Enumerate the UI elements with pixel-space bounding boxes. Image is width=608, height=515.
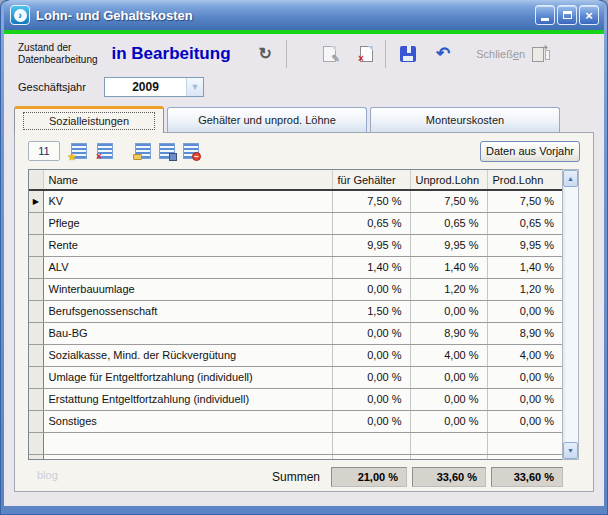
remove-table-icon[interactable]: −: [183, 143, 199, 159]
cell-prod[interactable]: 0,00 %: [487, 410, 562, 432]
cell-name[interactable]: Erstattung Entgeltfortzahlung (individue…: [43, 388, 332, 410]
table-row[interactable]: Bau-BG 0,00 % 8,90 % 8,90 %: [29, 322, 562, 344]
row-selector[interactable]: [29, 388, 43, 410]
cell-gehaelter[interactable]: [332, 432, 410, 454]
row-selector[interactable]: [29, 432, 43, 454]
cell-name[interactable]: Sonstiges: [43, 410, 332, 432]
table-row[interactable]: [29, 432, 562, 454]
row-selector[interactable]: [29, 344, 43, 366]
cell-prod[interactable]: 1,40 %: [487, 256, 562, 278]
cell-prod[interactable]: 4,00 %: [487, 344, 562, 366]
cell-gehaelter[interactable]: 7,50 %: [332, 190, 410, 212]
tab-gehaelter[interactable]: Gehälter und unprod. Löhne: [167, 107, 367, 132]
vertical-scrollbar[interactable]: ▲ ▼: [562, 169, 579, 460]
cell-prod[interactable]: 0,00 %: [487, 300, 562, 322]
refresh-icon[interactable]: ↻: [259, 46, 272, 62]
minimize-button[interactable]: [535, 5, 555, 25]
table-row[interactable]: Winterbauumlage 0,00 % 1,20 % 1,20 %: [29, 278, 562, 300]
row-selector[interactable]: ▶: [29, 190, 43, 212]
cell-prod[interactable]: 0,00 %: [487, 366, 562, 388]
cell-name[interactable]: ALV: [43, 256, 332, 278]
row-selector[interactable]: [29, 212, 43, 234]
row-selector[interactable]: [29, 278, 43, 300]
col-unprod[interactable]: Unprod.Lohn: [410, 170, 487, 190]
cell-unprod[interactable]: 8,90 %: [410, 322, 487, 344]
cell-unprod[interactable]: 0,00 %: [410, 388, 487, 410]
cell-unprod[interactable]: [410, 432, 487, 454]
table-row[interactable]: ▶ KV 7,50 % 7,50 % 7,50 %: [29, 190, 562, 212]
scroll-up-icon[interactable]: ▲: [563, 170, 578, 187]
row-selector[interactable]: [29, 256, 43, 278]
undo-icon[interactable]: ↶: [436, 46, 450, 62]
load-table-icon[interactable]: [135, 143, 151, 159]
cell-gehaelter[interactable]: [332, 454, 410, 460]
row-selector[interactable]: [29, 322, 43, 344]
table-row[interactable]: [29, 454, 562, 460]
cell-gehaelter[interactable]: 0,00 %: [332, 322, 410, 344]
col-gehaelter[interactable]: für Gehälter: [332, 170, 410, 190]
cell-prod[interactable]: 0,00 %: [487, 388, 562, 410]
cell-unprod[interactable]: 0,00 %: [410, 366, 487, 388]
row-selector[interactable]: [29, 410, 43, 432]
fiscal-year-select[interactable]: 2009 ▼: [104, 77, 204, 97]
cell-name[interactable]: Sozialkasse, Mind. der Rückvergütung: [43, 344, 332, 366]
table-row[interactable]: Erstattung Entgeltfortzahlung (individue…: [29, 388, 562, 410]
tab-monteurskosten[interactable]: Monteurskosten: [370, 107, 560, 132]
cell-unprod[interactable]: 1,20 %: [410, 278, 487, 300]
cell-unprod[interactable]: 7,50 %: [410, 190, 487, 212]
cell-gehaelter[interactable]: 1,40 %: [332, 256, 410, 278]
row-selector[interactable]: [29, 366, 43, 388]
cell-gehaelter[interactable]: 0,00 %: [332, 388, 410, 410]
edit-record-icon[interactable]: ✎: [323, 46, 336, 62]
row-selector[interactable]: [29, 234, 43, 256]
cell-name[interactable]: Winterbauumlage: [43, 278, 332, 300]
cell-unprod[interactable]: 1,40 %: [410, 256, 487, 278]
scroll-down-icon[interactable]: ▼: [563, 442, 578, 459]
cell-unprod[interactable]: 0,65 %: [410, 212, 487, 234]
col-name[interactable]: Name: [43, 170, 332, 190]
tab-sozialleistungen[interactable]: Sozialleistungen: [14, 106, 164, 133]
cell-gehaelter[interactable]: 0,00 %: [332, 410, 410, 432]
cell-unprod[interactable]: 0,00 %: [410, 300, 487, 322]
close-button[interactable]: ×: [579, 5, 599, 25]
table-row[interactable]: Pflege 0,65 % 0,65 % 0,65 %: [29, 212, 562, 234]
maximize-button[interactable]: [557, 5, 577, 25]
table-row[interactable]: ALV 1,40 % 1,40 % 1,40 %: [29, 256, 562, 278]
cell-name[interactable]: Pflege: [43, 212, 332, 234]
row-selector[interactable]: [29, 454, 43, 460]
cell-unprod[interactable]: [410, 454, 487, 460]
cell-prod[interactable]: 7,50 %: [487, 190, 562, 212]
scrollbar-track[interactable]: [563, 187, 578, 442]
cell-gehaelter[interactable]: 0,65 %: [332, 212, 410, 234]
cell-name[interactable]: Berufsgenossenschaft: [43, 300, 332, 322]
add-row-icon[interactable]: ★: [71, 143, 87, 159]
table-row[interactable]: Sozialkasse, Mind. der Rückvergütung 0,0…: [29, 344, 562, 366]
app-icon[interactable]: ›: [10, 5, 30, 25]
row-selector[interactable]: [29, 300, 43, 322]
table-row[interactable]: Sonstiges 0,00 % 0,00 % 0,00 %: [29, 410, 562, 432]
close-form-button[interactable]: Schließen: [476, 48, 525, 60]
cell-unprod[interactable]: 4,00 %: [410, 344, 487, 366]
save-table-icon[interactable]: [159, 143, 175, 159]
delete-record-icon[interactable]: ×: [360, 46, 373, 62]
cell-prod[interactable]: 9,95 %: [487, 234, 562, 256]
cell-unprod[interactable]: 9,95 %: [410, 234, 487, 256]
save-icon[interactable]: [400, 46, 416, 62]
cell-name[interactable]: Rente: [43, 234, 332, 256]
cell-name[interactable]: [43, 432, 332, 454]
cell-name[interactable]: Umlage für Entgeltfortzahlung (individue…: [43, 366, 332, 388]
cell-name[interactable]: Bau-BG: [43, 322, 332, 344]
cell-prod[interactable]: 8,90 %: [487, 322, 562, 344]
exit-door-icon[interactable]: ➔: [532, 47, 544, 62]
cell-name[interactable]: KV: [43, 190, 332, 212]
cell-unprod[interactable]: 0,00 %: [410, 410, 487, 432]
cell-prod[interactable]: 0,65 %: [487, 212, 562, 234]
table-row[interactable]: Rente 9,95 % 9,95 % 9,95 %: [29, 234, 562, 256]
cell-gehaelter[interactable]: 1,50 %: [332, 300, 410, 322]
cell-gehaelter[interactable]: 9,95 %: [332, 234, 410, 256]
titlebar[interactable]: › Lohn- und Gehaltskosten ×: [4, 0, 604, 30]
cell-prod[interactable]: [487, 432, 562, 454]
cell-prod[interactable]: 1,20 %: [487, 278, 562, 300]
prev-year-data-button[interactable]: Daten aus Vorjahr: [480, 141, 580, 162]
cell-gehaelter[interactable]: 0,00 %: [332, 278, 410, 300]
